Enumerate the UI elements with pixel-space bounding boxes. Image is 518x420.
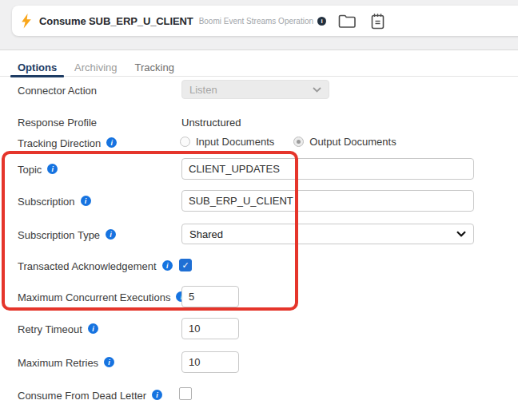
tab-tracking[interactable]: Tracking bbox=[128, 57, 181, 77]
info-icon[interactable]: i bbox=[81, 196, 91, 206]
tracking-direction-radio-group: Input Documents Output Documents bbox=[180, 136, 396, 148]
consume-from-dead-letter-label: Consume From Dead Letter i bbox=[18, 390, 162, 402]
info-icon[interactable]: i bbox=[47, 164, 58, 174]
radio-output-documents[interactable] bbox=[293, 137, 304, 147]
maximum-retries-input[interactable] bbox=[181, 351, 239, 373]
connector-action-label: Connector Action bbox=[18, 85, 97, 97]
response-profile-label: Response Profile bbox=[18, 117, 97, 129]
tab-bar: Options Archiving Tracking bbox=[0, 57, 518, 77]
tab-tracking-label: Tracking bbox=[135, 61, 174, 73]
maximum-concurrent-executions-input[interactable] bbox=[181, 286, 239, 307]
folder-icon[interactable] bbox=[337, 12, 357, 30]
topic-label: Topic i bbox=[18, 164, 58, 176]
radio-input-documents[interactable] bbox=[180, 137, 190, 147]
info-icon[interactable]: i bbox=[104, 357, 114, 367]
retry-timeout-label: Retry Timeout i bbox=[18, 323, 98, 335]
subscription-type-label: Subscription Type i bbox=[18, 229, 116, 241]
consume-from-dead-letter-checkbox[interactable] bbox=[179, 387, 192, 400]
tracking-direction-label: Tracking Direction i bbox=[18, 137, 117, 149]
tab-archiving[interactable]: Archiving bbox=[67, 57, 124, 77]
maximum-retries-label: Maximum Retries i bbox=[18, 357, 114, 369]
info-icon[interactable]: i bbox=[88, 323, 98, 334]
lightning-icon bbox=[21, 14, 32, 29]
subscription-type-select[interactable]: Shared bbox=[181, 224, 474, 244]
chevron-down-icon bbox=[313, 87, 321, 93]
radio-input-documents-label: Input Documents bbox=[196, 136, 274, 148]
tab-archiving-label: Archiving bbox=[74, 61, 117, 73]
subscription-input[interactable] bbox=[181, 190, 474, 212]
operation-type-label: Boomi Event Streams Operation bbox=[199, 17, 313, 26]
transacted-acknowledgement-label: Transacted Acknowledgement i bbox=[18, 260, 173, 272]
operation-info-icon[interactable]: i bbox=[317, 17, 326, 26]
subscription-label: Subscription i bbox=[18, 196, 91, 208]
checkmark-icon: ✓ bbox=[181, 260, 189, 271]
maximum-concurrent-executions-label: Maximum Concurrent Executions i bbox=[18, 291, 186, 303]
notes-icon[interactable] bbox=[368, 12, 387, 30]
operation-title: Consume SUB_ERP_U_CLIENT bbox=[39, 15, 193, 27]
response-profile-value: Unstructured bbox=[181, 117, 241, 129]
operation-config-page: Consume SUB_ERP_U_CLIENT Boomi Event Str… bbox=[0, 0, 518, 420]
info-icon[interactable]: i bbox=[162, 260, 173, 271]
info-icon[interactable]: i bbox=[152, 390, 162, 400]
info-icon[interactable]: i bbox=[106, 229, 116, 240]
retry-timeout-input[interactable] bbox=[181, 318, 239, 339]
header-card: Consume SUB_ERP_U_CLIENT Boomi Event Str… bbox=[12, 6, 518, 36]
tab-options[interactable]: Options bbox=[10, 57, 64, 77]
header-bar: Consume SUB_ERP_U_CLIENT Boomi Event Str… bbox=[0, 0, 518, 50]
chevron-down-icon bbox=[456, 231, 466, 237]
connector-action-select: Listen bbox=[181, 80, 329, 99]
tab-options-label: Options bbox=[18, 61, 57, 73]
topic-input[interactable] bbox=[181, 158, 474, 180]
radio-output-documents-label: Output Documents bbox=[309, 136, 396, 148]
info-icon[interactable]: i bbox=[106, 137, 117, 148]
transacted-acknowledgement-checkbox[interactable]: ✓ bbox=[179, 259, 192, 271]
